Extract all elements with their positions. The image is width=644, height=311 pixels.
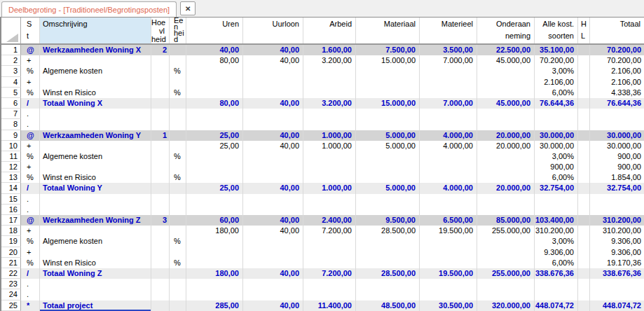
cell-uurloon[interactable] <box>243 66 303 76</box>
cell-arbeid[interactable] <box>303 236 356 247</box>
cell-totaal[interactable]: 30.000,00 <box>590 141 644 151</box>
cell-uren[interactable] <box>186 88 243 98</box>
cell-arbeid[interactable]: 7.200,00 <box>303 226 356 236</box>
cell-eenheid[interactable] <box>170 77 186 88</box>
cell-uurloon[interactable] <box>243 194 303 205</box>
cell-eenheid[interactable]: % <box>170 258 186 268</box>
cell-alle-kostensoorten[interactable]: 70.200,00 <box>535 55 578 66</box>
cell-alle-kostensoorten[interactable]: 3,00% <box>535 236 578 247</box>
cell-uren[interactable]: 25,00 <box>186 130 243 141</box>
cell-onderaanneming[interactable] <box>477 77 535 88</box>
cell-materieel[interactable]: 30.500,00 <box>420 300 477 311</box>
cell-alle-kostensoorten[interactable] <box>535 109 578 119</box>
cell-materieel[interactable] <box>420 205 477 215</box>
cell-uurloon[interactable]: 40,00 <box>243 141 303 151</box>
cell-totaal[interactable]: 30.000,00 <box>590 130 644 141</box>
cell-hl[interactable] <box>578 205 590 215</box>
cell-materiaal[interactable]: 28.500,00 <box>356 226 420 236</box>
cell-soort[interactable]: . <box>21 119 40 130</box>
cell-arbeid[interactable] <box>303 289 356 300</box>
cell-totaal[interactable]: 310.200,00 <box>590 215 644 226</box>
cell-hoeveelheid[interactable] <box>151 300 170 311</box>
row-number[interactable]: 3 <box>1 66 21 76</box>
cell-totaal[interactable]: 70.200,00 <box>590 45 644 55</box>
cell-omschrijving[interactable]: Totaal project <box>40 300 151 311</box>
table-row[interactable]: 10 + 25,00 40,00 1.000,00 5.000,00 4.000… <box>1 141 644 151</box>
cell-uurloon[interactable]: 40,00 <box>243 55 303 66</box>
cell-uren[interactable]: 25,00 <box>186 141 243 151</box>
cell-omschrijving[interactable] <box>40 279 151 289</box>
cell-onderaanneming[interactable] <box>477 88 535 98</box>
cell-hoeveelheid[interactable] <box>151 162 170 172</box>
row-number[interactable]: 14 <box>1 183 21 193</box>
cell-materiaal[interactable] <box>356 247 420 258</box>
cell-hl[interactable] <box>578 109 590 119</box>
cell-materiaal[interactable]: 5.000,00 <box>356 141 420 151</box>
table-row[interactable]: 20 + 9.306,00 9.306,00 <box>1 247 644 258</box>
cell-soort[interactable]: + <box>21 77 40 88</box>
cell-materieel[interactable] <box>420 289 477 300</box>
cell-alle-kostensoorten[interactable]: 3,00% <box>535 151 578 162</box>
cell-onderaanneming[interactable] <box>477 151 535 162</box>
cell-eenheid[interactable] <box>170 215 186 226</box>
cell-hoeveelheid[interactable] <box>151 119 170 130</box>
cell-hoeveelheid[interactable] <box>151 289 170 300</box>
cell-omschrijving[interactable] <box>40 205 151 215</box>
cell-eenheid[interactable] <box>170 109 186 119</box>
cell-uren[interactable]: 285,00 <box>186 300 243 311</box>
cell-hoeveelheid[interactable] <box>151 194 170 205</box>
cell-onderaanneming[interactable] <box>477 247 535 258</box>
cell-hoeveelheid[interactable] <box>151 109 170 119</box>
cell-onderaanneming[interactable]: 20.000,00 <box>477 130 535 141</box>
cell-eenheid[interactable] <box>170 279 186 289</box>
cell-arbeid[interactable] <box>303 66 356 76</box>
cell-materieel[interactable]: 19.500,00 <box>420 268 477 279</box>
cell-soort[interactable]: % <box>21 66 40 76</box>
cell-soort[interactable]: % <box>21 88 40 98</box>
cell-materiaal[interactable]: 9.500,00 <box>356 215 420 226</box>
cell-omschrijving[interactable] <box>40 119 151 130</box>
cell-eenheid[interactable] <box>170 130 186 141</box>
cell-arbeid[interactable] <box>303 258 356 268</box>
cell-hl[interactable] <box>578 98 590 109</box>
cell-alle-kostensoorten[interactable] <box>535 119 578 130</box>
cell-uurloon[interactable]: 40,00 <box>243 98 303 109</box>
row-number[interactable]: 15 <box>1 194 21 205</box>
cell-eenheid[interactable] <box>170 194 186 205</box>
cell-alle-kostensoorten[interactable]: 9.306,00 <box>535 247 578 258</box>
cell-totaal[interactable]: 4.338,36 <box>590 88 644 98</box>
tab-close-button[interactable]: ✕ <box>180 1 196 15</box>
cell-uren[interactable] <box>186 119 243 130</box>
table-row[interactable]: 6 / Totaal Woning X 80,00 40,00 3.200,00… <box>1 98 644 109</box>
cell-eenheid[interactable]: % <box>170 151 186 162</box>
cell-hoeveelheid[interactable] <box>151 268 170 279</box>
cell-totaal[interactable] <box>590 289 644 300</box>
table-row[interactable]: 16 . <box>1 205 644 215</box>
select-all-corner-cell[interactable] <box>1 18 21 43</box>
cell-materiaal[interactable] <box>356 172 420 183</box>
cell-onderaanneming[interactable] <box>477 119 535 130</box>
cell-arbeid[interactable]: 3.200,00 <box>303 98 356 109</box>
cell-arbeid[interactable] <box>303 109 356 119</box>
cell-omschrijving[interactable] <box>40 141 151 151</box>
cell-materiaal[interactable]: 5.000,00 <box>356 130 420 141</box>
cell-materieel[interactable]: 4.000,00 <box>420 183 477 193</box>
cell-omschrijving[interactable] <box>40 247 151 258</box>
cell-eenheid[interactable] <box>170 183 186 193</box>
cell-hoeveelheid[interactable] <box>151 279 170 289</box>
cell-hl[interactable] <box>578 88 590 98</box>
cell-materiaal[interactable] <box>356 88 420 98</box>
table-row[interactable]: 13 % Winst en Risico % 6,00% 1.854,00 <box>1 172 644 183</box>
cell-hoeveelheid[interactable]: 1 <box>151 130 170 141</box>
cell-hoeveelheid[interactable] <box>151 66 170 76</box>
cell-totaal[interactable]: 1.854,00 <box>590 172 644 183</box>
cell-arbeid[interactable] <box>303 247 356 258</box>
cell-omschrijving[interactable] <box>40 226 151 236</box>
cell-soort[interactable]: % <box>21 258 40 268</box>
cell-uurloon[interactable]: 40,00 <box>243 215 303 226</box>
cell-hl[interactable] <box>578 183 590 193</box>
cell-uren[interactable] <box>186 162 243 172</box>
row-number[interactable]: 17 <box>1 215 21 226</box>
cell-hoeveelheid[interactable]: 2 <box>151 45 170 55</box>
row-number[interactable]: 4 <box>1 77 21 88</box>
